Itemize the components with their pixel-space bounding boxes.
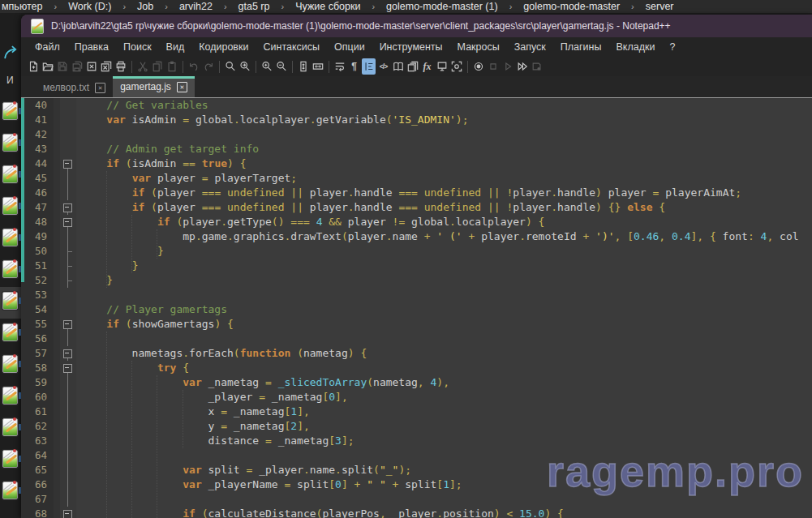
doc-map-icon[interactable] bbox=[391, 58, 405, 75]
fold-collapse-icon[interactable] bbox=[63, 320, 72, 329]
line-number[interactable]: 53 bbox=[21, 288, 54, 302]
explorer-file-item[interactable] bbox=[0, 129, 21, 161]
menu-?[interactable]: ? bbox=[662, 37, 682, 57]
bookmark-margin[interactable] bbox=[54, 361, 60, 375]
bookmark-margin[interactable] bbox=[54, 419, 60, 434]
column-header-name-partial[interactable]: И bbox=[6, 75, 14, 86]
show-all-chars-icon[interactable]: ¶ bbox=[347, 58, 361, 75]
line-number[interactable]: 40 bbox=[21, 98, 54, 113]
bookmark-margin[interactable] bbox=[54, 288, 60, 302]
line-number[interactable]: 44 bbox=[21, 156, 54, 171]
sync-v-icon[interactable] bbox=[296, 58, 310, 75]
line-number[interactable]: 61 bbox=[21, 405, 54, 419]
bookmark-margin[interactable] bbox=[54, 156, 60, 171]
explorer-file-item[interactable] bbox=[0, 319, 21, 350]
explorer-file-item[interactable] bbox=[0, 350, 21, 382]
fold-collapse-icon[interactable] bbox=[63, 510, 72, 518]
fold-margin[interactable] bbox=[60, 215, 76, 229]
find-icon[interactable] bbox=[223, 58, 237, 75]
line-number[interactable]: 57 bbox=[21, 346, 54, 361]
explorer-file-item[interactable] bbox=[0, 192, 21, 224]
bookmark-margin[interactable] bbox=[54, 113, 60, 127]
word-wrap-icon[interactable] bbox=[333, 58, 346, 75]
bookmark-margin[interactable] bbox=[54, 273, 60, 288]
bookmark-margin[interactable] bbox=[54, 98, 60, 113]
zoom-out-icon[interactable] bbox=[274, 58, 288, 75]
fold-collapse-icon[interactable] bbox=[63, 349, 72, 358]
explorer-file-item[interactable] bbox=[0, 477, 21, 508]
fold-collapse-icon[interactable] bbox=[63, 160, 72, 169]
fold-margin[interactable] bbox=[60, 156, 76, 171]
func-completion-icon[interactable]: </> bbox=[376, 58, 390, 75]
breadcrumb-item[interactable]: мпьютер bbox=[2, 1, 42, 12]
menu-Поиск[interactable]: Поиск bbox=[116, 37, 159, 57]
line-number[interactable]: 58 bbox=[21, 361, 54, 375]
bookmark-margin[interactable] bbox=[54, 244, 60, 259]
explorer-file-item[interactable] bbox=[0, 161, 21, 192]
line-number[interactable]: 63 bbox=[21, 434, 54, 448]
title-bar[interactable]: D:\job\arvih22\gta5 rp\чужие сборки\gole… bbox=[21, 15, 812, 37]
breadcrumb-item[interactable]: arvih22 bbox=[179, 1, 213, 12]
explorer-file-item[interactable] bbox=[0, 445, 21, 477]
menu-Вид[interactable]: Вид bbox=[159, 37, 192, 57]
fold-margin[interactable] bbox=[60, 317, 76, 332]
line-number[interactable]: 68 bbox=[21, 507, 54, 518]
bookmark-margin[interactable] bbox=[54, 434, 60, 448]
bookmark-margin[interactable] bbox=[54, 448, 60, 463]
bookmark-margin[interactable] bbox=[54, 302, 60, 317]
tab-close-icon[interactable]: ✕ bbox=[95, 83, 105, 93]
bookmark-margin[interactable] bbox=[54, 215, 60, 229]
indent-guide-icon[interactable] bbox=[362, 58, 376, 75]
macro-record-icon[interactable] bbox=[471, 58, 485, 75]
menu-Вкладки[interactable]: Вкладки bbox=[608, 37, 662, 57]
close-all-icon[interactable] bbox=[99, 58, 113, 75]
bookmark-margin[interactable] bbox=[54, 477, 60, 492]
line-number[interactable]: 45 bbox=[21, 171, 54, 186]
explorer-file-item[interactable] bbox=[0, 382, 21, 413]
line-number[interactable]: 50 bbox=[21, 244, 54, 259]
line-number[interactable]: 48 bbox=[21, 215, 54, 229]
line-number[interactable]: 51 bbox=[21, 259, 54, 273]
breadcrumb-item[interactable]: gta5 rp bbox=[238, 1, 270, 12]
new-file-icon[interactable] bbox=[26, 58, 40, 75]
menu-Запуск[interactable]: Запуск bbox=[507, 37, 553, 57]
menu-Правка[interactable]: Правка bbox=[67, 37, 116, 57]
fold-margin[interactable] bbox=[60, 361, 76, 375]
fold-margin[interactable] bbox=[60, 200, 76, 215]
menu-Макросы[interactable]: Макросы bbox=[450, 37, 507, 57]
function-list-icon[interactable]: fx bbox=[420, 58, 434, 75]
print-icon[interactable] bbox=[114, 58, 127, 75]
explorer-file-item[interactable] bbox=[0, 287, 21, 319]
snapshot-icon[interactable] bbox=[449, 58, 463, 75]
fold-collapse-icon[interactable] bbox=[63, 203, 72, 212]
macro-run-multi-icon[interactable] bbox=[515, 58, 529, 75]
tab-gamertag.js[interactable]: gamertag.js✕ bbox=[113, 76, 195, 97]
line-number[interactable]: 52 bbox=[21, 273, 54, 288]
line-number[interactable]: 62 bbox=[21, 419, 54, 434]
sync-h-icon[interactable] bbox=[311, 58, 324, 75]
bookmark-margin[interactable] bbox=[54, 405, 60, 419]
bookmark-margin[interactable] bbox=[54, 492, 60, 507]
breadcrumb-item[interactable]: golemo-mode-master (1) bbox=[386, 1, 498, 12]
line-number[interactable]: 41 bbox=[21, 113, 54, 127]
bookmark-margin[interactable] bbox=[54, 259, 60, 273]
line-number[interactable]: 55 bbox=[21, 317, 54, 332]
replace-icon[interactable] bbox=[238, 58, 251, 75]
menu-Опции[interactable]: Опции bbox=[327, 37, 372, 57]
fold-margin[interactable] bbox=[60, 507, 76, 518]
explorer-file-item[interactable] bbox=[0, 255, 21, 287]
breadcrumb-item[interactable]: server bbox=[646, 1, 674, 12]
line-number[interactable]: 43 bbox=[21, 142, 54, 156]
bookmark-margin[interactable] bbox=[54, 229, 60, 244]
line-number[interactable]: 42 bbox=[21, 127, 54, 142]
fold-margin[interactable] bbox=[60, 346, 76, 361]
line-number[interactable]: 59 bbox=[21, 375, 54, 390]
zoom-in-icon[interactable] bbox=[260, 58, 273, 75]
bookmark-margin[interactable] bbox=[54, 346, 60, 361]
line-number[interactable]: 64 bbox=[21, 448, 54, 463]
share-icon[interactable] bbox=[2, 44, 19, 63]
line-number[interactable]: 67 bbox=[21, 492, 54, 507]
fold-collapse-icon[interactable] bbox=[63, 364, 72, 373]
line-number[interactable]: 47 bbox=[21, 200, 54, 215]
explorer-file-item[interactable] bbox=[0, 224, 21, 255]
